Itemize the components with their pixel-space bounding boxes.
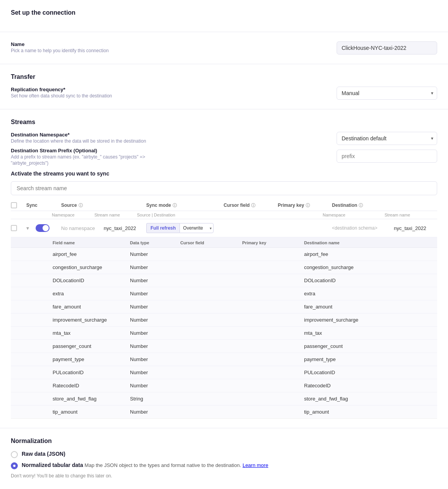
dest-name-cell: airport_fee [304, 251, 433, 257]
field-name-cell: fare_amount [53, 304, 130, 310]
field-name-cell: tip_amount [53, 409, 130, 415]
table-row: tip_amount Number tip_amount [11, 406, 437, 418]
th-sync: Sync [26, 203, 61, 208]
name-label: Name [11, 41, 321, 47]
sub-header-dest-ns: Namespace [323, 213, 385, 217]
stream-dest-ns: <destination schema> [332, 225, 394, 231]
transfer-row: Replication frequency* Set how often dat… [11, 87, 437, 100]
field-name-cell: payment_type [53, 356, 130, 362]
sub-table-header: Field name Data type Cursor field Primar… [11, 237, 437, 248]
data-type-cell: Number [130, 370, 180, 375]
prefix-input[interactable] [337, 150, 437, 163]
activate-label: Activate the streams you want to sync [11, 170, 437, 177]
table-row: extra Number extra [11, 287, 437, 300]
th-destination: Destination ⓘ [332, 203, 437, 208]
dest-name-cell: fare_amount [304, 304, 433, 310]
stream-dest-sn: nyc_taxi_2022 [394, 225, 437, 231]
mode-select-wrap: Overwrite Append ▾ [180, 223, 214, 233]
table-row: improvement_surcharge Number improvement… [11, 314, 437, 327]
table-row: airport_fee Number airport_fee [11, 248, 437, 261]
name-input[interactable] [337, 41, 437, 55]
dest-name-cell: store_and_fwd_flag [304, 396, 433, 402]
sub-header-stream-name: Stream name [94, 213, 137, 217]
dest-name-cell: PULocationID [304, 370, 433, 375]
normalized-data-radio[interactable] [11, 462, 18, 469]
replication-select[interactable]: Manual Every hour Every 6 hours Every 24… [337, 87, 437, 100]
stream-name-val: nyc_taxi_2022 [104, 225, 146, 231]
field-name-cell: improvement_surcharge [53, 317, 130, 323]
name-desc: Pick a name to help you identify this co… [11, 48, 321, 53]
field-name-cell: extra [53, 291, 130, 296]
replication-select-wrap: Manual Every hour Every 6 hours Every 24… [337, 87, 437, 100]
raw-data-row: Raw data (JSON) [11, 451, 437, 458]
raw-data-radio[interactable] [11, 451, 18, 458]
stream-check-col [11, 225, 26, 231]
page-container: Set up the connection Name Pick a name t… [0, 0, 448, 489]
stcol-cursor: Cursor field [180, 240, 242, 245]
dest-name-cell: extra [304, 291, 433, 296]
name-label-group: Name Pick a name to help you identify th… [11, 41, 321, 53]
dest-name-cell: tip_amount [304, 409, 433, 415]
data-type-cell: Number [130, 343, 180, 349]
replication-label: Replication frequency* [11, 87, 321, 92]
transfer-title: Transfer [11, 73, 437, 80]
field-name-cell: airport_fee [53, 251, 130, 257]
streams-title: Streams [11, 119, 437, 126]
sub-header-source-dest: Source | Destination [137, 213, 214, 217]
header-checkbox[interactable] [11, 202, 17, 208]
search-input[interactable] [11, 181, 437, 195]
data-type-cell: Number [130, 317, 180, 323]
stcol-dest-name: Destination name [304, 240, 433, 245]
stream-checkbox[interactable] [11, 225, 17, 231]
expand-icon[interactable]: ▾ [26, 225, 36, 231]
stream-mode-col: Full refresh Overwrite Append ▾ [146, 223, 224, 233]
table-row: RatecodeID Number RatecodeID [11, 379, 437, 392]
table-row: congestion_surcharge Number congestion_s… [11, 261, 437, 274]
th-source: Source ⓘ [61, 203, 146, 208]
dest-prefix-desc2: "airbyte_projects") [11, 160, 321, 166]
source-info-icon: ⓘ [79, 203, 83, 208]
stream-toggle[interactable] [36, 224, 50, 232]
dest-namespace-label-group: Destination Namespace* Define the locati… [11, 132, 321, 166]
field-name-cell: store_and_fwd_flag [53, 396, 130, 402]
table-header: Sync Source ⓘ Sync mode ⓘ Cursor field ⓘ… [11, 198, 437, 211]
header-checkbox-col [11, 202, 26, 208]
toggle-wrap [36, 224, 61, 232]
dest-prefix-desc1: Add a prefix to stream names (ex. "airby… [11, 154, 321, 160]
stream-row-nyc: ▾ No namespace nyc_taxi_2022 Full refres… [11, 219, 437, 237]
dest-name-cell: improvement_surcharge [304, 317, 433, 323]
page-title: Set up the connection [11, 9, 437, 16]
field-name-cell: DOLocationID [53, 278, 130, 283]
stream-namespace: No namespace [61, 225, 104, 231]
name-section: Name Pick a name to help you identify th… [0, 32, 448, 64]
data-type-cell: Number [130, 278, 180, 283]
sub-header-row: Namespace Stream name Source | Destinati… [11, 211, 437, 219]
dest-namespace-label: Destination Namespace* [11, 132, 321, 138]
stcol-data-type: Data type [130, 240, 180, 245]
dest-name-cell: congestion_surcharge [304, 264, 433, 270]
data-type-cell: Number [130, 330, 180, 336]
dest-namespace-select[interactable]: Destination default [337, 132, 437, 145]
table-row: PULocationID Number PULocationID [11, 366, 437, 379]
full-refresh-btn[interactable]: Full refresh [146, 223, 180, 233]
sub-table-rows: airport_fee Number airport_fee congestio… [11, 248, 437, 418]
table-row: DOLocationID Number DOLocationID [11, 274, 437, 287]
data-type-cell: Number [130, 291, 180, 296]
learn-more-link[interactable]: Learn more [243, 462, 268, 468]
field-name-cell: PULocationID [53, 370, 130, 375]
dest-name-cell: payment_type [304, 356, 433, 362]
normalized-data-row: Normalized tabular data Map the JSON obj… [11, 462, 437, 469]
dest-name-cell: mta_tax [304, 330, 433, 336]
data-type-cell: Number [130, 409, 180, 415]
data-type-cell: Number [130, 264, 180, 270]
th-primarykey: Primary key ⓘ [278, 203, 332, 208]
field-name-cell: mta_tax [53, 330, 130, 336]
data-type-cell: Number [130, 383, 180, 388]
destination-info-icon: ⓘ [359, 203, 363, 208]
raw-data-label: Raw data (JSON) [22, 451, 65, 457]
overwrite-select[interactable]: Overwrite Append [180, 223, 214, 233]
normalized-desc: Map the JSON object to the types and for… [85, 462, 268, 468]
replication-label-group: Replication frequency* Set how often dat… [11, 87, 321, 99]
data-type-cell: Number [130, 356, 180, 362]
data-type-cell: Number [130, 304, 180, 310]
